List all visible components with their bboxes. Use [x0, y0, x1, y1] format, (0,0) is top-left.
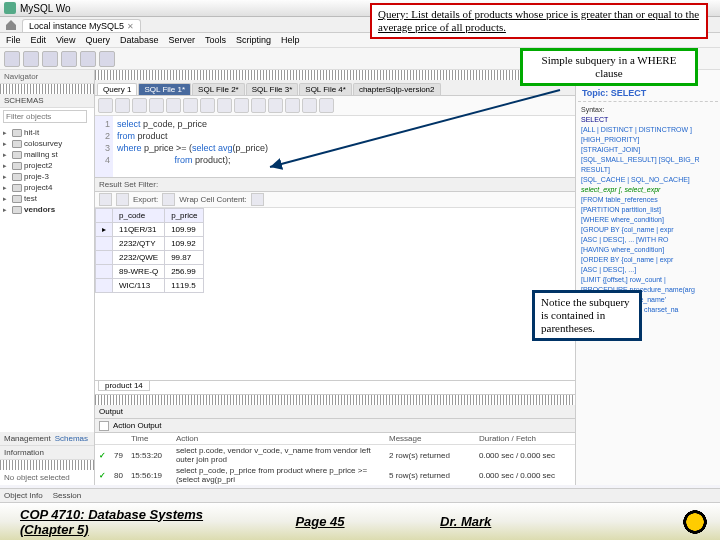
expand-icon[interactable]: ▸ [3, 206, 10, 214]
result-tab-strip: product 14 [95, 380, 575, 394]
topic-value: SELECT [611, 88, 647, 98]
expand-icon[interactable]: ▸ [3, 162, 10, 170]
new-table-icon[interactable] [42, 51, 58, 67]
schema-item[interactable]: ▸proje-3 [3, 171, 91, 182]
schema-item[interactable]: ▸test [3, 193, 91, 204]
menu-file[interactable]: File [6, 35, 21, 45]
code-area[interactable]: select p_code, p_price from product wher… [113, 116, 575, 177]
annotation-subquery: Simple subquery in a WHERE clause [520, 48, 698, 86]
open-sql-icon[interactable] [23, 51, 39, 67]
schema-item[interactable]: ▸mailing st [3, 149, 91, 160]
invisible-icon[interactable] [302, 98, 317, 113]
wrap-toggle-icon[interactable] [251, 193, 264, 206]
table-row[interactable]: 89-WRE-Q256.99 [96, 265, 204, 279]
expand-icon[interactable]: ▸ [3, 151, 10, 159]
navigator-header: Navigator [0, 70, 94, 84]
session-label[interactable]: Session [53, 491, 81, 500]
query-toolbar [95, 96, 575, 116]
table-row[interactable]: WIC/1131119.5 [96, 279, 204, 293]
query-tab[interactable]: SQL File 4* [299, 83, 352, 95]
query-tab[interactable]: SQL File 2* [192, 83, 245, 95]
table-row[interactable]: ▸11QER/31109.99 [96, 223, 204, 237]
menu-help[interactable]: Help [281, 35, 300, 45]
expand-icon[interactable]: ▸ [3, 140, 10, 148]
management-tab[interactable]: Management [4, 434, 51, 443]
commit-icon[interactable] [200, 98, 215, 113]
object-info-label[interactable]: Object Info [4, 491, 43, 500]
grid-icon[interactable] [99, 193, 112, 206]
new-view-icon[interactable] [61, 51, 77, 67]
home-icon[interactable] [4, 18, 18, 32]
database-icon [12, 151, 22, 159]
col-header[interactable]: p_price [165, 209, 204, 223]
panel-divider [0, 84, 94, 94]
schema-item[interactable]: ▸project2 [3, 160, 91, 171]
query-tab[interactable]: chapterSqlp-version2 [353, 83, 441, 95]
output-type-dropdown[interactable] [99, 421, 109, 431]
explain-icon[interactable] [166, 98, 181, 113]
result-grid[interactable]: p_codep_price ▸11QER/31109.99 2232/QTY10… [95, 208, 575, 380]
database-icon [12, 184, 22, 192]
beautify-icon[interactable] [268, 98, 283, 113]
new-func-icon[interactable] [99, 51, 115, 67]
line-gutter: 1234 [95, 116, 113, 177]
rollback-icon[interactable] [217, 98, 232, 113]
annotation-query: Query: List details of products whose pr… [370, 3, 708, 39]
execute-current-icon[interactable] [149, 98, 164, 113]
output-row[interactable]: ✓7915:53:20select p.code, vendor v_code,… [95, 445, 575, 466]
close-icon[interactable]: ✕ [127, 22, 134, 31]
database-icon [12, 129, 22, 137]
save-file-icon[interactable] [115, 98, 130, 113]
expand-icon[interactable]: ▸ [3, 173, 10, 181]
export-label: Export: [133, 195, 158, 204]
menu-edit[interactable]: Edit [31, 35, 47, 45]
database-icon [12, 173, 22, 181]
table-row[interactable]: 2232/QWE99.87 [96, 251, 204, 265]
schema-filter-input[interactable] [3, 110, 87, 123]
menu-query[interactable]: Query [85, 35, 110, 45]
stop-icon[interactable] [183, 98, 198, 113]
sql-editor[interactable]: 1234 select p_code, p_price from product… [95, 116, 575, 178]
no-object-label: No object selected [0, 470, 94, 485]
context-help-panel: ◂ ▸ SELECT Topic: SELECT Syntax: SELECT … [575, 70, 720, 485]
new-proc-icon[interactable] [80, 51, 96, 67]
expand-icon[interactable]: ▸ [3, 184, 10, 192]
schemas-tab[interactable]: Schemas [55, 434, 88, 443]
export-icon[interactable] [162, 193, 175, 206]
panel-divider [95, 70, 575, 80]
output-row[interactable]: ✓8015:56:19select p_code, p_price from p… [95, 465, 575, 485]
connection-tab-label: Local instance MySQL5 [29, 21, 124, 31]
wrap-icon[interactable] [319, 98, 334, 113]
schema-item[interactable]: ▸vendors [3, 204, 91, 215]
output-panel: Output Action Output TimeActionMessageDu… [95, 394, 575, 485]
query-tab[interactable]: SQL File 3* [246, 83, 299, 95]
footer-right: Dr. Mark [380, 514, 680, 529]
table-row[interactable]: 2232/QTY109.92 [96, 237, 204, 251]
footer-left: COP 4710: Database Systems (Chapter 5) [0, 507, 260, 537]
menu-server[interactable]: Server [168, 35, 195, 45]
database-icon [12, 206, 22, 214]
expand-icon[interactable]: ▸ [3, 129, 10, 137]
find-icon[interactable] [285, 98, 300, 113]
schema-item[interactable]: ▸project4 [3, 182, 91, 193]
result-tab[interactable]: product 14 [98, 381, 150, 391]
app-icon [4, 2, 16, 14]
menu-tools[interactable]: Tools [205, 35, 226, 45]
query-tab[interactable]: SQL File 1* [138, 83, 191, 95]
schema-item[interactable]: ▸hit-it [3, 127, 91, 138]
limit-icon[interactable] [251, 98, 266, 113]
connection-tab[interactable]: Local instance MySQL5✕ [22, 19, 141, 32]
autocommit-icon[interactable] [234, 98, 249, 113]
menu-view[interactable]: View [56, 35, 75, 45]
open-file-icon[interactable] [98, 98, 113, 113]
col-header[interactable]: p_code [113, 209, 165, 223]
execute-icon[interactable] [132, 98, 147, 113]
expand-icon[interactable]: ▸ [3, 195, 10, 203]
filter-icon[interactable] [116, 193, 129, 206]
schema-item[interactable]: ▸colosurvey [3, 138, 91, 149]
menu-database[interactable]: Database [120, 35, 159, 45]
query-tab[interactable]: Query 1 [97, 83, 137, 95]
topic-label: Topic: [582, 88, 608, 98]
new-sql-icon[interactable] [4, 51, 20, 67]
menu-scripting[interactable]: Scripting [236, 35, 271, 45]
